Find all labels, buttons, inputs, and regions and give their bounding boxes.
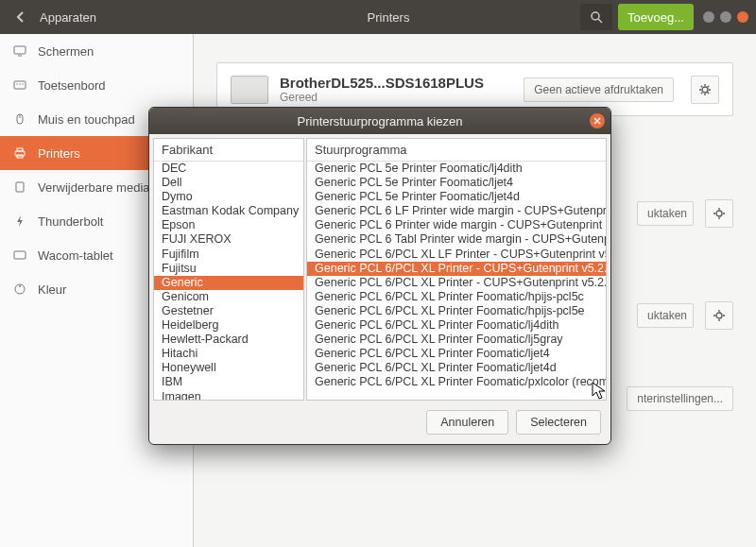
driver-item[interactable]: Generic PCL 6/PCL XL Printer Foomatic/lj… xyxy=(307,318,606,333)
sidebar-item-label: Toetsenbord xyxy=(38,78,106,93)
close-icon xyxy=(593,117,601,125)
sidebar-item-schermen[interactable]: Schermen xyxy=(0,34,193,68)
manufacturer-item[interactable]: Eastman Kodak Company xyxy=(154,204,303,218)
printer-icon xyxy=(13,146,26,160)
driver-item[interactable]: Generic PCL 6/PCL XL Printer Foomatic/lj… xyxy=(307,333,606,347)
driver-list[interactable]: Generic PCL 5e Printer Foomatic/lj4dithG… xyxy=(307,162,606,400)
driver-item[interactable]: Generic PCL 6/PCL XL Printer - CUPS+Gute… xyxy=(307,262,606,276)
sidebar-item-toetsenbord[interactable]: Toetsenbord xyxy=(0,68,193,102)
driver-item[interactable]: Generic PCL 6 Tabl Printer wide margin -… xyxy=(307,232,606,247)
driver-item[interactable]: Generic PCL 6/PCL XL Printer Foomatic/px… xyxy=(307,375,606,389)
tablet-icon xyxy=(13,248,26,262)
gear-icon xyxy=(713,207,726,220)
removable-media-icon xyxy=(13,180,26,194)
printer-settings-button[interactable] xyxy=(691,76,719,104)
svg-rect-14 xyxy=(14,251,26,259)
manufacturer-item[interactable]: Generic xyxy=(154,276,303,290)
header-bar: Apparaten Printers Toevoeg... xyxy=(0,0,756,34)
manufacturer-item[interactable]: Fujitsu xyxy=(154,262,303,276)
gear-icon xyxy=(698,83,712,96)
manufacturer-item[interactable]: Dell xyxy=(154,176,303,190)
printer-name: BrotherDL525...SDS1618PLUS xyxy=(280,75,512,91)
driver-item[interactable]: Generic PCL 6/PCL XL Printer Foomatic/lj… xyxy=(307,347,606,361)
driver-header: Stuurprogramma xyxy=(307,139,606,162)
print-jobs-status-partial[interactable]: uktaken xyxy=(637,303,694,328)
svg-point-26 xyxy=(716,211,722,216)
dialog-titlebar: Printerstuurprogramma kiezen xyxy=(149,108,610,134)
svg-point-17 xyxy=(702,87,708,93)
svg-point-0 xyxy=(592,12,599,20)
svg-point-6 xyxy=(19,83,20,84)
printer-status: Gereed xyxy=(280,91,512,104)
manufacturer-item[interactable]: Dymo xyxy=(154,190,303,204)
gear-icon xyxy=(713,309,726,322)
svg-line-1 xyxy=(598,19,602,23)
printer-image xyxy=(231,76,268,104)
printer-settings-button[interactable] xyxy=(705,301,733,330)
driver-item[interactable]: Generic PCL 6/PCL XL Printer - CUPS+Gute… xyxy=(307,276,606,290)
back-button[interactable] xyxy=(8,11,34,23)
cancel-button[interactable]: Annuleren xyxy=(426,410,508,435)
keyboard-icon xyxy=(13,78,26,92)
sidebar-item-label: Kleur xyxy=(38,282,66,297)
search-icon xyxy=(590,10,603,24)
printer-settings-link[interactable]: nterinstellingen... xyxy=(627,386,733,411)
manufacturer-item[interactable]: Genicom xyxy=(154,290,303,304)
driver-item[interactable]: Generic PCL 6/PCL XL Printer Foomatic/lj… xyxy=(307,361,606,375)
driver-item[interactable]: Generic PCL 5e Printer Foomatic/lj4dith xyxy=(307,162,606,176)
svg-point-7 xyxy=(22,83,23,84)
header-subtitle: Apparaten xyxy=(34,10,202,25)
manufacturer-item[interactable]: Imagen xyxy=(154,390,303,401)
add-printer-label: Toevoeg... xyxy=(627,10,684,25)
sidebar-item-label: Thunderbolt xyxy=(38,214,103,229)
window-controls xyxy=(703,11,748,23)
manufacturer-item[interactable]: FUJI XEROX xyxy=(154,232,303,247)
minimize-button[interactable] xyxy=(703,11,714,23)
printer-settings-button[interactable] xyxy=(705,199,733,228)
sidebar-item-label: Printers xyxy=(38,146,80,161)
manufacturer-item[interactable]: Heidelberg xyxy=(154,318,303,333)
sidebar-item-label: Schermen xyxy=(38,44,94,59)
sidebar-item-label: Verwijderbare media xyxy=(38,180,150,195)
thunderbolt-icon xyxy=(13,214,26,228)
svg-line-22 xyxy=(701,85,702,86)
driver-item[interactable]: Generic PCL 6 Printer wide margin - CUPS… xyxy=(307,218,606,232)
manufacturer-list[interactable]: DECDellDymoEastman Kodak CompanyEpsonFUJ… xyxy=(154,162,303,400)
close-window-button[interactable] xyxy=(737,11,748,23)
driver-item[interactable]: Generic PCL 6/PCL XL Printer Foomatic/hp… xyxy=(307,304,606,318)
manufacturer-item[interactable]: IBM xyxy=(154,375,303,389)
manufacturer-item[interactable]: Honeywell xyxy=(154,361,303,375)
svg-point-16 xyxy=(19,285,21,287)
manufacturer-panel: Fabrikant DECDellDymoEastman Kodak Compa… xyxy=(153,138,304,401)
manufacturer-item[interactable]: Hewlett-Packard xyxy=(154,333,303,347)
svg-rect-2 xyxy=(14,46,26,54)
manufacturer-item[interactable]: Gestetner xyxy=(154,304,303,318)
manufacturer-item[interactable]: Epson xyxy=(154,218,303,232)
maximize-button[interactable] xyxy=(720,11,731,23)
svg-line-23 xyxy=(708,92,709,93)
svg-point-31 xyxy=(716,313,722,318)
driver-panel: Stuurprogramma Generic PCL 5e Printer Fo… xyxy=(306,138,607,401)
manufacturer-item[interactable]: Hitachi xyxy=(154,347,303,361)
manufacturer-item[interactable]: Fujifilm xyxy=(154,248,303,262)
mouse-icon xyxy=(13,112,26,126)
dialog-close-button[interactable] xyxy=(590,113,605,128)
svg-rect-13 xyxy=(16,182,24,192)
driver-item[interactable]: Generic PCL 6/PCL XL Printer Foomatic/hp… xyxy=(307,290,606,304)
manufacturer-item[interactable]: DEC xyxy=(154,162,303,176)
select-button[interactable]: Selecteren xyxy=(516,410,601,435)
driver-select-dialog: Printerstuurprogramma kiezen Fabrikant D… xyxy=(148,107,611,445)
print-jobs-status-partial[interactable]: uktaken xyxy=(637,201,694,226)
dialog-title: Printerstuurprogramma kiezen xyxy=(298,114,463,128)
print-jobs-status[interactable]: Geen actieve afdruktaken xyxy=(524,77,674,102)
search-button[interactable] xyxy=(580,4,612,30)
add-printer-button[interactable]: Toevoeg... xyxy=(618,4,694,30)
display-icon xyxy=(13,44,26,58)
svg-line-25 xyxy=(708,85,709,86)
page-title: Printers xyxy=(202,10,575,25)
dialog-footer: Annuleren Selecteren xyxy=(149,401,610,444)
driver-item[interactable]: Generic PCL 6/PCL XL LF Printer - CUPS+G… xyxy=(307,248,606,262)
driver-item[interactable]: Generic PCL 6 LF Printer wide margin - C… xyxy=(307,204,606,218)
driver-item[interactable]: Generic PCL 5e Printer Foomatic/ljet4 xyxy=(307,176,606,190)
driver-item[interactable]: Generic PCL 5e Printer Foomatic/ljet4d xyxy=(307,190,606,204)
